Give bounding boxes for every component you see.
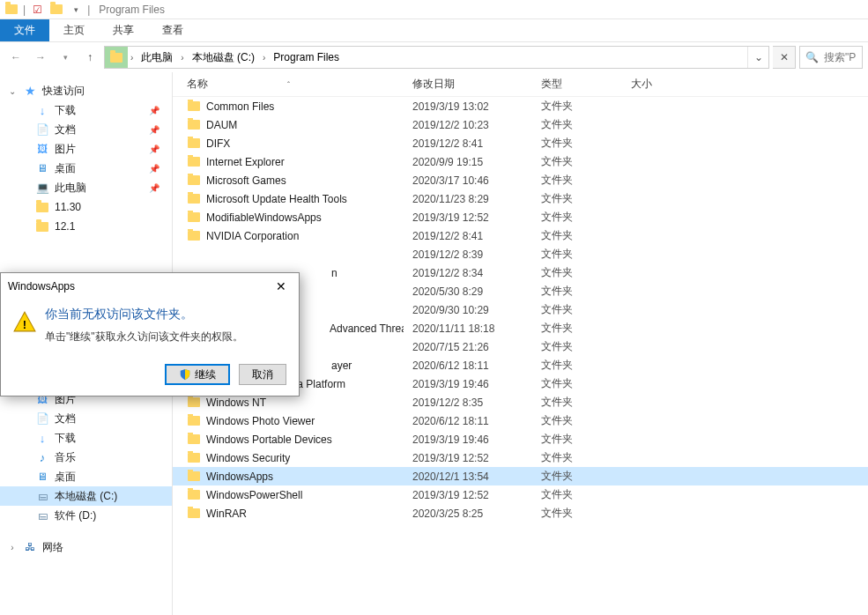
- app-folder-icon: [4, 2, 19, 18]
- col-type[interactable]: 类型: [532, 77, 622, 92]
- file-row[interactable]: ModifiableWindowsApps2019/3/19 12:52文件夹: [173, 208, 868, 226]
- check-icon[interactable]: ☑: [29, 2, 45, 18]
- close-icon[interactable]: ✕: [271, 278, 292, 295]
- nav-back-button[interactable]: ←: [5, 47, 26, 68]
- nav-label: 此电脑: [55, 181, 86, 196]
- nav-d-drive[interactable]: 🖴软件 (D:): [0, 506, 172, 525]
- chevron-right-icon[interactable]: ›: [260, 53, 268, 63]
- refresh-button[interactable]: ✕: [773, 46, 796, 69]
- document-icon: 📄: [35, 411, 49, 426]
- cell-date: 2020/7/15 21:26: [404, 341, 532, 353]
- file-name: Advanced Threat ...: [330, 322, 404, 335]
- col-size[interactable]: 大小: [622, 77, 701, 92]
- file-row[interactable]: DAUM2019/12/2 10:23文件夹: [173, 115, 868, 134]
- file-row[interactable]: Microsoft Update Health Tools2020/11/23 …: [173, 189, 868, 208]
- file-row[interactable]: Microsoft Games2020/3/17 10:46文件夹: [173, 171, 868, 189]
- file-row[interactable]: Internet Explorer2020/9/9 19:15文件夹: [173, 152, 868, 171]
- address-history-dropdown[interactable]: ⌄: [747, 47, 768, 68]
- nav-quick-access[interactable]: ⌄ ★ 快速访问: [0, 81, 172, 100]
- nav-pictures[interactable]: 🖼图片📌: [0, 139, 172, 159]
- nav-up-button[interactable]: ↑: [79, 47, 100, 68]
- file-row[interactable]: WinRAR2020/3/25 8:25文件夹: [173, 504, 868, 522]
- expand-icon[interactable]: ›: [7, 543, 18, 552]
- file-row[interactable]: WindowsPowerShell2019/3/19 12:52文件夹: [173, 485, 868, 504]
- nav-label: 图片: [55, 142, 76, 157]
- nav-desktop[interactable]: 🖥桌面📌: [0, 159, 172, 178]
- document-icon: 📄: [35, 122, 49, 137]
- file-row[interactable]: NVIDIA Corporation2019/12/2 8:41文件夹: [173, 226, 868, 245]
- tab-home[interactable]: 主页: [49, 19, 99, 41]
- file-row[interactable]: DIFX2019/12/2 8:41文件夹: [173, 134, 868, 152]
- file-row[interactable]: Common Files2019/3/19 13:02文件夹: [173, 97, 868, 115]
- address-bar[interactable]: › 此电脑 › 本地磁盘 (C:) › Program Files ⌄: [104, 46, 769, 69]
- cell-name: WindowsPowerShell: [178, 488, 404, 502]
- nav-documents2[interactable]: 📄文档: [0, 409, 172, 428]
- cancel-button[interactable]: 取消: [239, 364, 286, 385]
- cell-type: 文件夹: [532, 450, 622, 465]
- nav-downloads[interactable]: ↓下载📌: [0, 100, 172, 120]
- download-icon: ↓: [35, 103, 49, 117]
- crumb-folder[interactable]: Program Files: [268, 47, 345, 68]
- nav-desktop2[interactable]: 🖥桌面: [0, 467, 172, 486]
- nav-thispc-pinned[interactable]: 💻此电脑📌: [0, 178, 172, 197]
- ribbon-tabs: 文件 主页 共享 查看: [0, 19, 868, 42]
- nav-label: 下载: [55, 103, 76, 118]
- search-box[interactable]: 🔍 搜索"P: [799, 46, 863, 69]
- cell-type: 文件夹: [532, 210, 622, 225]
- file-name: WinRAR: [206, 508, 247, 520]
- pictures-icon: 🖼: [35, 142, 49, 156]
- nav-recent-button[interactable]: ▾: [55, 47, 76, 68]
- cell-date: 2019/3/19 19:46: [404, 378, 532, 390]
- tab-view[interactable]: 查看: [148, 19, 197, 41]
- file-row[interactable]: Windows Portable Devices2019/3/19 19:46文…: [173, 430, 868, 448]
- folder-icon: [187, 118, 201, 132]
- drive-icon: 🖴: [35, 508, 49, 522]
- file-name: NVIDIA Corporation: [206, 230, 299, 242]
- nav-downloads2[interactable]: ↓下载: [0, 428, 172, 448]
- col-name[interactable]: 名称ˆ: [178, 77, 404, 92]
- dialog-title-bar[interactable]: WindowsApps ✕: [1, 273, 299, 300]
- folder-icon: [187, 488, 201, 502]
- cell-type: 文件夹: [532, 413, 622, 428]
- cell-date: 2019/12/2 8:34: [404, 267, 532, 279]
- cell-name: NVIDIA Corporation: [178, 229, 404, 243]
- tab-file[interactable]: 文件: [0, 19, 49, 41]
- expand-icon[interactable]: ⌄: [7, 86, 18, 96]
- nav-folder-121[interactable]: 12.1: [0, 217, 172, 236]
- col-name-label: 名称: [187, 77, 208, 92]
- col-date[interactable]: 修改日期: [404, 77, 532, 92]
- sort-indicator-icon: ˆ: [287, 80, 290, 89]
- desktop-icon: 🖥: [35, 161, 49, 175]
- cell-type: 文件夹: [532, 321, 622, 336]
- cell-name: [178, 248, 404, 262]
- chevron-right-icon[interactable]: ›: [178, 53, 186, 63]
- quick-access-toolbar: | ☑ ▾ |: [0, 2, 93, 18]
- app-folder-icon: [48, 2, 64, 18]
- continue-button[interactable]: 继续: [165, 364, 230, 385]
- qat-dropdown-icon[interactable]: ▾: [68, 2, 84, 18]
- file-row[interactable]: WindowsApps2020/12/1 13:54文件夹: [173, 467, 868, 485]
- cell-date: 2019/3/19 13:02: [404, 100, 532, 113]
- cell-date: 2020/6/12 18:11: [404, 415, 532, 427]
- nav-documents[interactable]: 📄文档📌: [0, 120, 172, 139]
- folder-icon: [35, 219, 49, 233]
- dialog-message: 你当前无权访问该文件夹。 单击"继续"获取永久访问该文件夹的权限。: [45, 307, 243, 345]
- file-row[interactable]: Windows Photo Viewer2020/6/12 18:11文件夹: [173, 411, 868, 430]
- chevron-right-icon[interactable]: ›: [128, 53, 136, 63]
- nav-network[interactable]: ›🖧网络: [0, 537, 172, 557]
- tab-share[interactable]: 共享: [99, 19, 148, 41]
- crumb-thispc[interactable]: 此电脑: [136, 47, 178, 68]
- nav-music[interactable]: ♪音乐: [0, 448, 172, 467]
- folder-icon: [187, 100, 201, 114]
- cell-name: Microsoft Update Health Tools: [178, 192, 404, 206]
- pc-icon: 💻: [35, 181, 49, 195]
- cell-date: 2019/12/2 10:23: [404, 119, 532, 131]
- file-row[interactable]: Windows Security2019/3/19 12:52文件夹: [173, 448, 868, 467]
- file-row[interactable]: 2019/12/2 8:39文件夹: [173, 245, 868, 263]
- crumb-drive[interactable]: 本地磁盘 (C:): [187, 47, 260, 68]
- nav-c-drive[interactable]: 🖴本地磁盘 (C:): [0, 486, 172, 506]
- folder-icon: [187, 396, 201, 410]
- cell-type: 文件夹: [532, 191, 622, 206]
- nav-folder-1130[interactable]: 11.30: [0, 197, 172, 217]
- folder-icon: [187, 414, 201, 428]
